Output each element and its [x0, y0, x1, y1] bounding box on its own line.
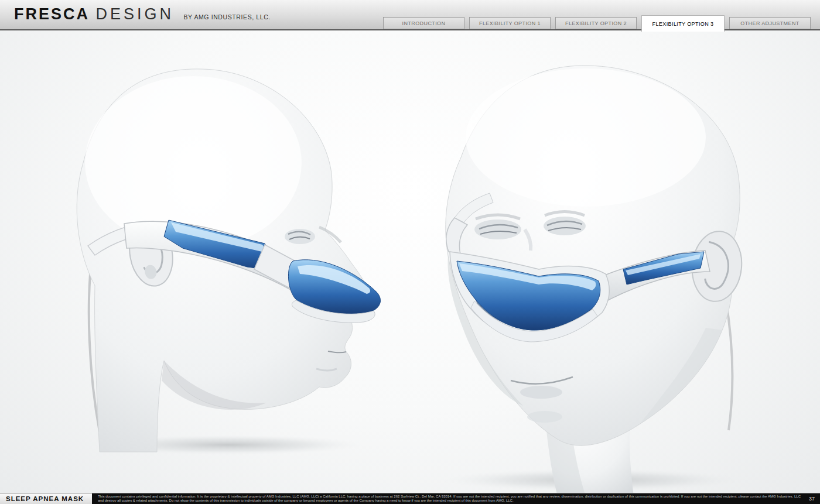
- slide-page: FRESCA DESIGN BY AMG INDUSTRIES, LLC. IN…: [0, 0, 820, 504]
- brand-logo: FRESCA DESIGN BY AMG INDUSTRIES, LLC.: [14, 5, 271, 23]
- left-head-profile-view: [77, 69, 380, 452]
- tab-other-adjustment[interactable]: OTHER ADJUSTMENT: [729, 17, 811, 29]
- confidentiality-disclaimer: This document contains privileged and co…: [92, 493, 807, 504]
- brand-name-secondary: DESIGN: [95, 5, 174, 23]
- cranium-sheen: [466, 68, 706, 207]
- mask-render-illustration: [0, 0, 820, 504]
- cranium-sheen: [85, 76, 302, 249]
- page-number: 37: [807, 493, 820, 504]
- tab-introduction[interactable]: INTRODUCTION: [383, 17, 464, 29]
- brand-byline: BY AMG INDUSTRIES, LLC.: [183, 13, 270, 20]
- brand-name-primary: FRESCA: [14, 5, 90, 23]
- product-title: SLEEP APNEA MASK: [0, 493, 92, 504]
- tab-flexibility-option-2[interactable]: FLEXIBILITY OPTION 2: [555, 17, 637, 29]
- footer-bar: SLEEP APNEA MASK This document contains …: [0, 493, 820, 504]
- section-tabs: INTRODUCTION FLEXIBILITY OPTION 1 FLEXIB…: [383, 15, 811, 30]
- right-head-three-quarter-view: [446, 66, 745, 496]
- tab-flexibility-option-1[interactable]: FLEXIBILITY OPTION 1: [469, 17, 551, 29]
- header-bar: FRESCA DESIGN BY AMG INDUSTRIES, LLC. IN…: [0, 0, 820, 30]
- tab-flexibility-option-3[interactable]: FLEXIBILITY OPTION 3: [641, 15, 725, 32]
